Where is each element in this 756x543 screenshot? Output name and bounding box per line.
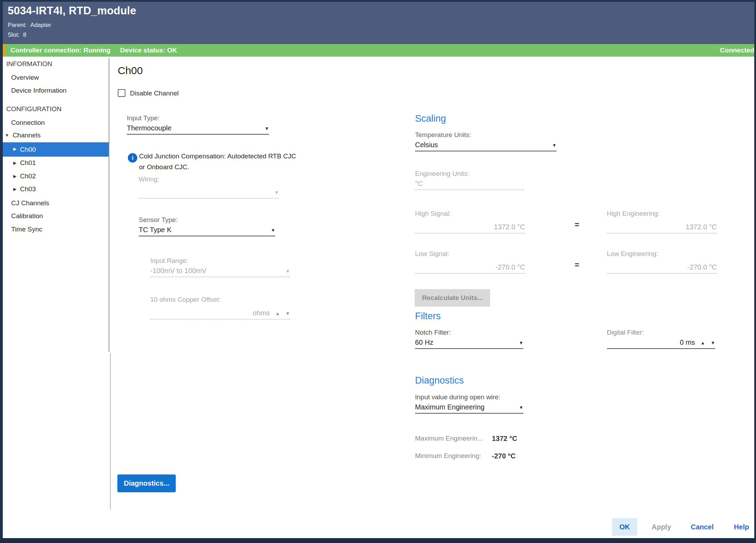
- digital-filter-value: 0 ms: [680, 338, 695, 346]
- temperature-units-field: Temperature Units: Celsius ▼: [415, 131, 557, 151]
- diagnostics-heading: Diagnostics: [415, 375, 464, 386]
- disable-channel-label: Disable Channel: [130, 90, 179, 97]
- input-type-label: Input Type:: [127, 114, 269, 122]
- low-signal-label: Low Signal:: [415, 250, 525, 258]
- sidebar-item-calibration[interactable]: Calibration: [11, 212, 43, 220]
- diagnostics-button[interactable]: Diagnostics...: [117, 474, 176, 492]
- ok-button[interactable]: OK: [612, 518, 637, 536]
- input-range-dropdown: -100mV to 100mV ▼: [150, 267, 290, 277]
- low-engineering-label: Low Engineering:: [607, 250, 717, 258]
- filters-heading: Filters: [415, 311, 441, 322]
- notch-filter-value: 60 Hz: [415, 338, 433, 346]
- low-engineering-input: -270.0 °C: [607, 260, 717, 274]
- high-engineering-value: 1372.0 °C: [686, 223, 717, 231]
- high-engineering-field: High Engineering: 1372.0 °C: [607, 210, 717, 234]
- window-header: 5034-IRT4I, RTD_module Parent:Adapter Sl…: [3, 2, 754, 44]
- parent-value: Adapter: [30, 22, 51, 28]
- engineering-units-label: Engineering Units:: [415, 170, 524, 178]
- chevron-down-icon: ▼: [271, 227, 275, 234]
- open-wire-field: Input value during open wire: Maximum En…: [415, 393, 523, 414]
- chevron-collapsed-icon: ▶: [13, 187, 16, 192]
- max-engineering-label: Maximum Engineerin...: [415, 435, 492, 443]
- page-title: Ch00: [118, 65, 143, 77]
- slot-label: Slot:: [8, 31, 20, 38]
- notch-filter-field: Notch Filter: 60 Hz ▼: [415, 329, 523, 349]
- sidebar-item-connection[interactable]: Connection: [11, 119, 45, 127]
- sensor-type-dropdown[interactable]: TC Type K ▼: [139, 226, 275, 236]
- engineering-units-value: °C: [415, 180, 423, 188]
- sidebar-item-ch03[interactable]: ▶Ch03: [13, 185, 36, 193]
- chevron-collapsed-icon: ▶: [13, 147, 16, 151]
- content-divider: [110, 353, 111, 510]
- sidebar-item-ch01[interactable]: ▶Ch01: [13, 159, 36, 167]
- high-signal-input: 1372.0 °C: [415, 220, 525, 234]
- spin-down-icon: ▼: [711, 340, 715, 346]
- disable-channel-checkbox[interactable]: [118, 89, 125, 97]
- high-signal-value: 1372.0 °C: [494, 223, 525, 231]
- module-properties-window: 5034-IRT4I, RTD_module Parent:Adapter Sl…: [0, 0, 756, 543]
- spin-down-icon: ▼: [285, 310, 290, 317]
- cancel-button[interactable]: Cancel: [685, 518, 720, 536]
- input-range-label: Input Range:: [150, 257, 290, 265]
- low-signal-field: Low Signal: -270.0 °C: [415, 250, 525, 274]
- wiring-label: Wiring:: [139, 176, 279, 183]
- sensor-type-value: TC Type K: [139, 226, 172, 234]
- chevron-down-icon: ▼: [519, 404, 523, 411]
- sidebar-item-device-information[interactable]: Device Information: [11, 87, 66, 94]
- notch-filter-dropdown[interactable]: 60 Hz ▼: [415, 338, 523, 349]
- slot-value: 8: [23, 31, 26, 38]
- sidebar-item-channels[interactable]: ▼Channels: [5, 131, 41, 139]
- sidebar-item-cj-channels[interactable]: CJ Channels: [11, 199, 49, 207]
- sidebar-item-ch00-selected[interactable]: ▶ Ch00: [3, 142, 109, 157]
- max-engineering-readout: Maximum Engineerin... 1372 °C: [415, 435, 517, 443]
- high-signal-field: High Signal: 1372.0 °C: [415, 210, 525, 234]
- chevron-down-icon: ▼: [285, 268, 290, 275]
- temperature-units-value: Celsius: [415, 141, 438, 149]
- help-button[interactable]: Help: [728, 518, 755, 536]
- high-equals-sign: =: [575, 220, 579, 229]
- high-signal-label: High Signal:: [415, 210, 525, 217]
- sensor-type-label: Sensor Type:: [139, 216, 275, 224]
- sidebar-item-channels-label: Channels: [13, 131, 41, 139]
- parent-line: Parent:Adapter: [8, 22, 51, 29]
- temperature-units-label: Temperature Units:: [415, 131, 557, 139]
- scaling-heading: Scaling: [415, 113, 446, 124]
- window-border-right: [754, 0, 756, 543]
- digital-filter-stepper[interactable]: 0 ms ▲▼: [607, 338, 715, 349]
- sidebar-item-overview[interactable]: Overview: [11, 74, 39, 81]
- sidebar-item-time-sync[interactable]: Time Sync: [11, 226, 42, 233]
- high-engineering-label: High Engineering:: [607, 210, 717, 217]
- sidebar-divider: [109, 58, 109, 352]
- copper-offset-unit: ohms: [253, 309, 270, 317]
- controller-connection-status: Controller connection: Running: [10, 47, 110, 54]
- high-engineering-input: 1372.0 °C: [607, 220, 717, 234]
- wiring-dropdown: ▼: [139, 185, 279, 199]
- sidebar-item-ch01-label: Ch01: [20, 159, 36, 166]
- sidebar-item-ch03-label: Ch03: [20, 185, 36, 193]
- info-icon: i: [128, 153, 137, 163]
- copper-offset-stepper: ohms ▲▼: [150, 306, 290, 320]
- sidebar-header-configuration: CONFIGURATION: [6, 105, 61, 113]
- cjc-info-text: Cold Junction Compensation: Autodetected…: [139, 151, 303, 172]
- open-wire-value: Maximum Engineering: [415, 403, 485, 411]
- input-range-field: Input Range: -100mV to 100mV ▼: [150, 257, 290, 277]
- digital-filter-label: Digital Filter:: [607, 329, 715, 336]
- chevron-collapsed-icon: ▶: [13, 174, 16, 179]
- status-accent-stripe: [3, 44, 5, 57]
- sidebar-item-ch00-label: Ch00: [20, 146, 36, 153]
- max-engineering-value: 1372 °C: [492, 435, 517, 443]
- open-wire-dropdown[interactable]: Maximum Engineering ▼: [415, 403, 523, 414]
- sidebar-item-ch02[interactable]: ▶Ch02: [13, 172, 36, 180]
- input-type-field: Input Type: Thermocouple ▼: [127, 114, 269, 135]
- window-border-left: [0, 0, 3, 543]
- chevron-down-icon: ▼: [274, 189, 279, 196]
- temperature-units-dropdown[interactable]: Celsius ▼: [415, 141, 557, 151]
- sensor-type-field: Sensor Type: TC Type K ▼: [139, 216, 275, 236]
- sidebar-item-ch02-label: Ch02: [20, 172, 36, 180]
- window-border-bottom: [0, 538, 756, 543]
- copper-offset-label: 10 ohms Copper Offset:: [150, 296, 290, 303]
- wiring-field: Wiring: ▼: [139, 176, 279, 199]
- input-type-dropdown[interactable]: Thermocouple ▼: [127, 124, 269, 135]
- spin-up-icon: ▲: [700, 340, 705, 346]
- sidebar-header-information: INFORMATION: [6, 60, 52, 68]
